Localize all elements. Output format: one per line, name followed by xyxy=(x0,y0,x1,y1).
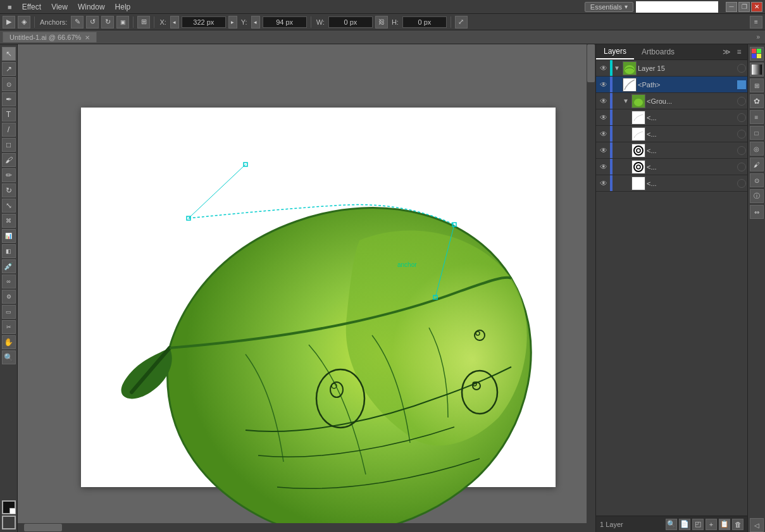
y-decrement[interactable]: ◂ xyxy=(251,16,260,28)
anchor-tool-3[interactable]: ↻ xyxy=(101,16,114,28)
x-decrement[interactable]: ◂ xyxy=(170,16,179,28)
menu-item-effect[interactable]: Effect xyxy=(17,3,46,11)
new-sublayer-button[interactable]: + xyxy=(706,519,717,530)
layer-row-path[interactable]: 👁 <Path> xyxy=(596,77,747,93)
info-panel-icon[interactable]: ⓘ xyxy=(750,189,764,203)
menu-item-window[interactable]: Window xyxy=(73,3,110,11)
layer-visibility-circle-layer15[interactable] xyxy=(737,64,746,73)
visibility-eye-sub3[interactable]: 👁 xyxy=(597,144,610,157)
stroke-color[interactable] xyxy=(2,516,16,529)
workspace-selector[interactable]: Essentials xyxy=(585,2,633,12)
tool-symbol[interactable]: ⚙ xyxy=(2,290,16,304)
h-input[interactable] xyxy=(402,16,447,28)
anchor-tool-2[interactable]: ↺ xyxy=(86,16,99,28)
symbol-panel-icon[interactable]: ✿ xyxy=(750,94,764,108)
color-guide-panel-icon[interactable]: ◎ xyxy=(750,142,764,156)
gradient-panel-icon[interactable] xyxy=(750,63,764,77)
tool-gradient[interactable]: ◧ xyxy=(2,244,16,258)
layer-row-sub1[interactable]: 👁 <... xyxy=(596,109,747,126)
tool-slice[interactable]: ✂ xyxy=(2,320,16,334)
minimize-button[interactable]: ─ xyxy=(726,2,737,12)
layer-expand-group[interactable]: ▼ xyxy=(621,97,630,106)
extra-settings[interactable]: ≡ xyxy=(750,16,762,28)
transform-icon[interactable]: ⤢ xyxy=(455,16,468,28)
tool-warp[interactable]: ⌘ xyxy=(2,214,16,228)
layer-expand-layer15[interactable]: ▼ xyxy=(613,64,621,73)
anchor-tool-1[interactable]: ✎ xyxy=(71,16,84,28)
tool-pen[interactable]: ✒ xyxy=(2,92,16,106)
tool-scale[interactable]: ⤡ xyxy=(2,199,16,213)
layer-visibility-circle-sub3[interactable] xyxy=(737,146,746,155)
scroll-thumb-horizontal[interactable] xyxy=(24,524,62,531)
panel-collapse-button[interactable]: ≫ xyxy=(721,46,732,58)
tool-paintbrush[interactable]: 🖌 xyxy=(2,153,16,167)
canvas-area[interactable]: anchor xyxy=(18,44,595,532)
restore-button[interactable]: ❐ xyxy=(738,2,750,12)
tool-selection[interactable]: ↖ xyxy=(2,47,16,61)
tab-artboards[interactable]: Artboards xyxy=(634,45,682,59)
panel-menu-button[interactable]: ≡ xyxy=(733,46,745,58)
menu-item-view[interactable]: View xyxy=(46,3,73,11)
tool-graph[interactable]: 📊 xyxy=(2,229,16,243)
visibility-eye-sub4[interactable]: 👁 xyxy=(597,161,610,173)
transform-tool[interactable]: ⊞ xyxy=(137,16,150,28)
layer-row-sub5[interactable]: 👁 <... xyxy=(596,175,747,192)
tab-close-button[interactable]: ✕ xyxy=(85,34,90,41)
visibility-eye-path[interactable]: 👁 xyxy=(597,78,610,91)
transform-panel-icon[interactable]: ⊞ xyxy=(750,78,764,92)
tool-direct-select[interactable]: ↗ xyxy=(2,62,16,76)
fill-color[interactable] xyxy=(2,500,16,514)
visibility-eye-sub2[interactable]: 👁 xyxy=(597,128,610,140)
stroke-panel-icon[interactable]: ≡ xyxy=(750,110,764,124)
tool-shape[interactable]: □ xyxy=(2,138,16,152)
w-input[interactable] xyxy=(328,16,373,28)
tool-text[interactable]: T xyxy=(2,108,16,121)
tool-zoom[interactable]: 🔍 xyxy=(2,350,16,364)
visibility-eye-layer15[interactable]: 👁 xyxy=(597,62,610,75)
visibility-eye-sub1[interactable]: 👁 xyxy=(597,111,610,124)
tool-rotate[interactable]: ↻ xyxy=(2,183,16,197)
tab-layers[interactable]: Layers xyxy=(596,44,634,59)
panel-expand-button[interactable]: ◁ xyxy=(750,518,764,532)
make-clipping-mask-button[interactable]: ◰ xyxy=(692,519,704,530)
layer-row-layer15[interactable]: 👁 ▼ Layer 15 xyxy=(596,60,747,77)
color-swatch-icon[interactable] xyxy=(750,47,764,61)
x-input[interactable] xyxy=(182,16,226,28)
layer-visibility-circle-sub2[interactable] xyxy=(737,130,746,139)
x-increment[interactable]: ▸ xyxy=(228,16,237,28)
brush-panel-icon[interactable]: 🖌 xyxy=(750,158,764,171)
horizontal-scrollbar[interactable] xyxy=(18,523,587,532)
tool-anchor[interactable]: ◈ xyxy=(18,16,30,28)
layer-row-sub2[interactable]: 👁 <... xyxy=(596,126,747,142)
vertical-scrollbar[interactable] xyxy=(587,44,595,532)
tool-pencil[interactable]: ✏ xyxy=(2,168,16,182)
new-layer-button[interactable]: 📋 xyxy=(719,519,730,530)
anchor-tool-4[interactable]: ▣ xyxy=(116,16,129,28)
graphic-styles-icon[interactable]: ⊙ xyxy=(750,173,764,187)
tool-lasso[interactable]: ⊙ xyxy=(2,77,16,91)
menu-item-help[interactable]: Help xyxy=(110,3,136,11)
scroll-track-vertical[interactable] xyxy=(587,44,595,532)
tool-blend[interactable]: ∞ xyxy=(2,275,16,288)
tool-artboard[interactable]: ▭ xyxy=(2,305,16,319)
tool-select[interactable]: ▶ xyxy=(3,16,15,28)
search-layers-button[interactable]: 🔍 xyxy=(666,519,677,530)
link-icon[interactable]: ⛓ xyxy=(375,16,388,28)
layer-row-sub3[interactable]: 👁 <... xyxy=(596,142,747,159)
layer-visibility-circle-group[interactable] xyxy=(737,97,746,106)
tool-eyedropper[interactable]: 💉 xyxy=(2,259,16,273)
layer-visibility-circle-sub1[interactable] xyxy=(737,113,746,122)
visibility-eye-group[interactable]: 👁 xyxy=(597,95,610,108)
visibility-eye-sub5[interactable]: 👁 xyxy=(597,177,610,190)
layer-row-sub4[interactable]: 👁 <... xyxy=(596,159,747,175)
appearance-panel-icon[interactable]: □ xyxy=(750,126,764,140)
layer-indicator-path[interactable] xyxy=(737,80,746,89)
delete-layer-button[interactable]: 🗑 xyxy=(732,519,743,530)
y-input[interactable] xyxy=(263,16,307,28)
document-tab[interactable]: Untitled-1.ai @ 66.67% ✕ xyxy=(3,32,97,42)
close-button[interactable]: ✕ xyxy=(751,2,762,12)
tool-line[interactable]: / xyxy=(2,123,16,137)
tool-hand[interactable]: ✋ xyxy=(2,335,16,349)
layer-row-group[interactable]: 👁 ▼ <Grou... xyxy=(596,93,747,109)
scroll-thumb-vertical[interactable] xyxy=(587,44,595,82)
